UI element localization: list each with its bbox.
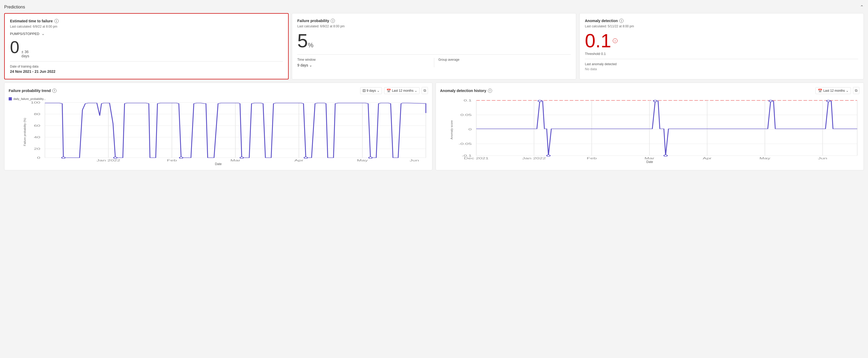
svg-point-28 — [240, 157, 243, 159]
failure-probability-trend-card: Failure probability trend i ⚅ 9 days ⌄ 📅… — [4, 83, 432, 170]
fp-time-value-text: 9 days — [297, 63, 308, 67]
fp-group-label: Group average — [438, 58, 571, 62]
fpt-title-text: Failure probability trend — [9, 89, 51, 93]
svg-point-27 — [179, 157, 183, 159]
ad-divider — [585, 59, 858, 59]
etf-last-calculated: Last calculated: 6/9/22 at 8:00 pm — [10, 25, 283, 28]
etf-divider — [10, 61, 283, 62]
fpt-copy-btn[interactable]: ⧉ — [422, 87, 428, 94]
etf-unit: days — [22, 54, 29, 58]
svg-text:Jan 2022: Jan 2022 — [522, 157, 546, 160]
fpt-tw-chevron: ⌄ — [377, 89, 380, 93]
svg-point-59 — [653, 100, 657, 102]
fp-time-group-row: Time window 9 days ⌄ Group average — [297, 55, 571, 67]
fpt-time-window-value: 9 days — [367, 89, 376, 93]
ad-info-icon[interactable]: i — [619, 19, 623, 23]
etf-dropdown[interactable]: PUMPS/STOPPED ⌄ — [10, 32, 283, 36]
fp-title-text: Failure probability — [297, 19, 329, 23]
adh-info-icon[interactable]: i — [488, 89, 492, 93]
ad-value-row: 0.1 i — [585, 31, 858, 50]
fp-card-title: Failure probability i — [297, 19, 571, 23]
fpt-title: Failure probability trend i — [9, 89, 57, 93]
adh-x-axis-label: Date — [440, 160, 859, 164]
etf-title-text: Estimated time to failure — [10, 19, 53, 23]
svg-text:0: 0 — [37, 156, 40, 159]
svg-text:20: 20 — [34, 148, 40, 150]
fp-time-col: Time window 9 days ⌄ — [297, 58, 434, 67]
adh-calendar-icon: 📅 — [818, 89, 822, 93]
etf-date-value: 24 Nov 2021 - 21 Jun 2022 — [10, 69, 283, 74]
svg-text:0.05: 0.05 — [461, 113, 472, 117]
etf-big-number: 0 — [10, 39, 20, 56]
anomaly-detection-history-card: Anomaly detection history i 📅 Last 12 mo… — [436, 83, 864, 170]
adh-chart-wrapper: Anomaly score — [453, 100, 857, 159]
ad-last-calculated: Last calculated: 5/11/22 at 8:00 pm — [585, 25, 858, 28]
ad-value-info-icon[interactable]: i — [613, 38, 618, 43]
svg-text:May: May — [760, 157, 771, 160]
svg-text:Feb: Feb — [587, 157, 597, 160]
etf-date-label: Date of training data — [10, 65, 283, 68]
fpt-chart-wrapper: Failure probability (%) — [22, 102, 426, 161]
fpt-tr-chevron: ⌄ — [414, 89, 417, 93]
predictions-section: Predictions ⌃ Estimated time to failure … — [0, 0, 868, 174]
fp-time-chevron: ⌄ — [309, 63, 312, 67]
fpt-time-range-btn[interactable]: 📅 Last 12 months ⌄ — [384, 87, 420, 94]
fp-time-value[interactable]: 9 days ⌄ — [297, 63, 430, 67]
svg-text:60: 60 — [34, 124, 40, 127]
etf-value-row: 0 ± 36 days — [10, 39, 283, 58]
fpt-time-window-btn[interactable]: ⚅ 9 days ⌄ — [360, 87, 382, 94]
adh-spacer — [440, 97, 859, 100]
svg-text:Feb: Feb — [167, 159, 177, 162]
svg-point-61 — [769, 100, 772, 102]
fp-group-col: Group average — [434, 58, 571, 67]
adh-time-range-value: Last 12 months — [823, 89, 845, 93]
adh-title-text: Anomaly detection history — [440, 89, 486, 93]
section-header: Predictions ⌃ — [4, 4, 864, 10]
section-title: Predictions — [4, 5, 25, 9]
svg-text:Mar: Mar — [230, 159, 241, 162]
svg-text:0.1: 0.1 — [464, 99, 472, 102]
svg-text:80: 80 — [34, 113, 40, 116]
top-cards: Estimated time to failure i Last calcula… — [4, 13, 864, 79]
etf-info-icon[interactable]: i — [54, 19, 59, 23]
svg-text:May: May — [357, 159, 368, 162]
fp-last-calculated: Last calculated: 6/9/22 at 8:00 pm — [297, 25, 571, 28]
svg-point-58 — [547, 155, 550, 156]
fp-big-number: 5 — [297, 31, 308, 50]
fp-unit: % — [308, 41, 313, 49]
svg-point-26 — [114, 157, 117, 159]
ad-no-data: No data — [585, 67, 858, 71]
collapse-icon[interactable]: ⌃ — [860, 4, 864, 10]
ad-big-number: 0.1 — [585, 31, 611, 50]
svg-text:Dec 2021: Dec 2021 — [464, 157, 489, 160]
fpt-header: Failure probability trend i ⚅ 9 days ⌄ 📅… — [9, 87, 428, 94]
fpt-calendar-icon: 📅 — [386, 89, 391, 93]
fp-info-icon[interactable]: i — [331, 19, 335, 23]
svg-text:0: 0 — [468, 128, 472, 131]
etf-plusminus: ± 36 — [22, 50, 29, 54]
fpt-info-icon[interactable]: i — [52, 89, 57, 93]
svg-text:40: 40 — [34, 136, 40, 139]
adh-controls: 📅 Last 12 months ⌄ ⧉ — [815, 87, 859, 94]
ad-card-title: Anomaly detection i — [585, 19, 858, 23]
ad-last-anomaly-label: Last anomaly detected — [585, 62, 858, 66]
adh-copy-btn[interactable]: ⧉ — [853, 87, 859, 94]
svg-point-30 — [369, 157, 372, 159]
svg-point-60 — [664, 155, 667, 156]
fp-value-row: 5 % — [297, 31, 571, 50]
fpt-legend: daily_failure_probability... — [9, 97, 428, 100]
fp-time-label: Time window — [297, 58, 430, 62]
svg-point-29 — [304, 157, 308, 159]
svg-point-62 — [827, 100, 830, 102]
failure-probability-card: Failure probability i Last calculated: 6… — [292, 13, 576, 79]
adh-tr-chevron: ⌄ — [846, 89, 848, 93]
etf-dropdown-value: PUMPS/STOPPED — [10, 32, 39, 36]
adh-time-range-btn[interactable]: 📅 Last 12 months ⌄ — [815, 87, 851, 94]
fpt-chart-svg: 100 80 60 40 20 0 Jan 2022 Feb Mar Apr M… — [22, 102, 426, 160]
fpt-legend-square — [9, 97, 12, 100]
adh-title: Anomaly detection history i — [440, 89, 492, 93]
svg-text:100: 100 — [31, 101, 40, 104]
etf-unit-block: ± 36 days — [22, 50, 29, 58]
anomaly-detection-card: Anomaly detection i Last calculated: 5/1… — [579, 13, 864, 79]
fpt-legend-text: daily_failure_probability... — [13, 97, 46, 100]
